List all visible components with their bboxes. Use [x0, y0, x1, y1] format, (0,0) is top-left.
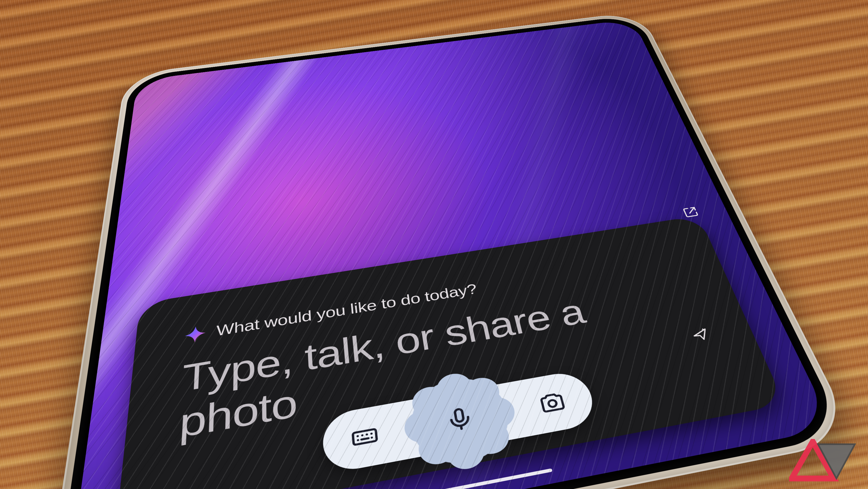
assistant-input-placeholder[interactable]: Type, talk, or share a photo — [178, 275, 712, 447]
phone-screen: What would you like to do today? Type, t… — [69, 19, 834, 489]
microphone-button[interactable] — [406, 372, 516, 471]
watermark-logo — [789, 439, 858, 484]
phone: What would you like to do today? Type, t… — [45, 11, 858, 489]
camera-icon — [536, 389, 568, 416]
gesture-nav-pill[interactable] — [389, 468, 553, 489]
send-button[interactable] — [688, 325, 713, 344]
open-external-button[interactable] — [680, 205, 702, 220]
assistant-card-header: What would you like to do today? — [184, 249, 676, 345]
camera-button[interactable] — [533, 386, 572, 420]
assistant-prompt-label: What would you like to do today? — [216, 281, 478, 339]
svg-point-2 — [548, 400, 557, 407]
send-sparkle-icon — [689, 326, 712, 343]
gemini-sparkle-icon — [184, 325, 206, 344]
open-external-icon — [681, 206, 700, 219]
input-mode-pill — [321, 369, 599, 474]
perspective-stage: What would you like to do today? Type, t… — [0, 0, 868, 489]
svg-rect-0 — [353, 429, 377, 445]
keyboard-button[interactable] — [347, 420, 383, 455]
svg-rect-1 — [455, 409, 464, 422]
assistant-card: What would you like to do today? Type, t… — [116, 215, 785, 489]
keyboard-icon — [350, 423, 380, 452]
microphone-icon — [443, 405, 476, 434]
